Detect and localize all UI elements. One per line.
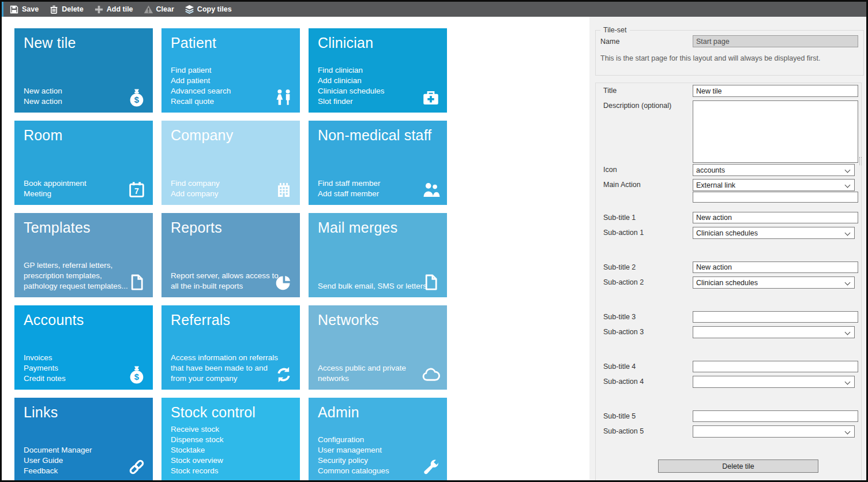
tile-title: New tile	[24, 34, 146, 51]
tile-description-text: Report server, allows access to all the …	[171, 271, 282, 292]
icon-select[interactable]: accounts	[693, 164, 855, 176]
copy-tiles-button[interactable]: Copy tiles	[182, 2, 239, 17]
tile-action[interactable]: Security policy	[318, 455, 429, 466]
tile-patient[interactable]: PatientFind patientAdd patientAdvanced s…	[161, 28, 300, 113]
sub-action-1-select[interactable]: Clinician schedules	[693, 227, 855, 239]
title-input[interactable]	[693, 85, 858, 97]
tile-action[interactable]: Configuration	[318, 435, 429, 445]
refresh-arrows-icon	[274, 365, 294, 384]
tileset-groupbox: Tile-set Name This is the start page for…	[595, 26, 864, 76]
start-page-hint: This is the start page for this layout a…	[600, 54, 863, 62]
tile-action[interactable]: Find company	[171, 178, 282, 189]
main-action-link-input[interactable]	[693, 192, 858, 203]
sub-title-5-input[interactable]	[693, 410, 858, 422]
resize-grip[interactable]	[859, 157, 862, 165]
tile-new-tile[interactable]: New tileNew actionNew action$	[14, 28, 153, 113]
chevron-down-icon	[846, 281, 850, 285]
tile-action[interactable]: Clinician schedules	[318, 86, 429, 96]
delete-tile-button[interactable]: Delete tile	[658, 459, 818, 473]
sub-action-5-select[interactable]	[693, 425, 855, 438]
tile-action[interactable]: Find staff member	[318, 178, 429, 189]
tile-action[interactable]: Receive stock	[171, 424, 282, 435]
sub-action-2-select[interactable]: Clinician schedules	[693, 277, 855, 289]
tile-action[interactable]: Stocktake	[171, 445, 282, 455]
tileset-name-input	[693, 35, 858, 47]
sub-title-1-input[interactable]	[693, 212, 858, 223]
tile-action[interactable]: Advanced search	[171, 86, 282, 96]
sub-title-4-input[interactable]	[693, 361, 858, 372]
save-button[interactable]: Save	[6, 2, 46, 17]
patients-icon	[274, 88, 294, 107]
icon-select-value: accounts	[696, 166, 725, 174]
tile-action[interactable]: Dispense stock	[171, 435, 282, 445]
tile-action[interactable]: Document Manager	[24, 445, 135, 455]
tile-admin[interactable]: AdminConfigurationUser managementSecurit…	[309, 398, 447, 482]
tile-action[interactable]: User Guide	[24, 455, 135, 466]
delete-button[interactable]: Delete	[46, 2, 91, 17]
tile-action[interactable]: Add staff member	[318, 189, 429, 199]
tile-form: Title Description (optional) Icon accoun…	[595, 83, 862, 481]
tile-title: Admin	[318, 403, 440, 421]
tile-action[interactable]: Invoices	[24, 353, 135, 363]
tile-designer-window: SaveDeleteAdd tileClearCopy tiles New ti…	[0, 0, 868, 482]
description-textarea[interactable]	[693, 100, 858, 163]
toolbar-button-label: Copy tiles	[197, 5, 232, 13]
tile-action-list: Receive stockDispense stockStocktakeStoc…	[171, 424, 282, 476]
tile-action[interactable]: Add clinician	[318, 76, 429, 86]
tile-links[interactable]: LinksDocument ManagerUser GuideFeedback	[14, 398, 153, 482]
tile-action[interactable]: Meeting	[24, 189, 135, 199]
sub-action-4-select[interactable]	[693, 376, 855, 388]
chevron-down-icon	[846, 183, 850, 188]
add-tile-button[interactable]: Add tile	[91, 2, 141, 17]
tile-networks[interactable]: NetworksAccess public and private networ…	[309, 305, 447, 390]
sub-title-2-input[interactable]	[693, 261, 858, 273]
clear-button[interactable]: Clear	[141, 2, 182, 17]
chevron-down-icon	[846, 168, 850, 173]
tile-action[interactable]: Feedback	[24, 466, 135, 476]
tile-non-medical-staff[interactable]: Non-medical staffFind staff memberAdd st…	[309, 121, 447, 205]
tile-action[interactable]: Stock overview	[171, 455, 282, 466]
tile-clinician[interactable]: ClinicianFind clinicianAdd clinicianClin…	[309, 28, 447, 113]
tile-title: Links	[24, 403, 146, 421]
sub-title-1-label: Sub-title 1	[603, 214, 636, 222]
tile-stock-control[interactable]: Stock controlReceive stockDispense stock…	[161, 398, 300, 482]
tile-action[interactable]: Credit notes	[24, 373, 135, 384]
sub-action-4-label: Sub-action 4	[603, 378, 644, 386]
tile-action[interactable]: User management	[318, 445, 429, 455]
tile-action[interactable]: Book appointment	[24, 178, 135, 189]
tile-reports[interactable]: ReportsReport server, allows access to a…	[161, 213, 300, 297]
tile-description: Send bulk email, SMS or letters	[318, 281, 429, 292]
tile-action[interactable]: Find clinician	[318, 65, 429, 76]
sub-action-3-select[interactable]	[693, 326, 855, 338]
main-action-select[interactable]: External link	[693, 179, 855, 191]
tile-referrals[interactable]: ReferralsAccess information on referrals…	[161, 305, 300, 390]
tile-company[interactable]: CompanyFind companyAdd company	[161, 121, 300, 205]
tile-action[interactable]: New action	[24, 86, 135, 96]
tile-action[interactable]: Common catalogues	[318, 466, 429, 476]
tile-action[interactable]: Payments	[24, 363, 135, 373]
tile-action[interactable]: Add patient	[171, 76, 282, 86]
tile-accounts[interactable]: AccountsInvoicesPaymentsCredit notes$	[14, 305, 153, 390]
tile-room[interactable]: RoomBook appointmentMeeting7	[14, 121, 153, 205]
tile-action[interactable]: Recall quote	[171, 96, 282, 107]
tile-properties-panel: Tile-set Name This is the start page for…	[589, 17, 866, 480]
tile-title: Clinician	[318, 34, 440, 51]
tile-action[interactable]: Add company	[171, 189, 282, 199]
tile-action[interactable]: Stock records	[171, 466, 282, 476]
chevron-down-icon	[846, 429, 850, 434]
tile-action[interactable]: Find patient	[171, 65, 282, 76]
page-icon	[127, 272, 146, 292]
main-action-select-value: External link	[696, 181, 735, 189]
tile-description-text: Send bulk email, SMS or letters	[318, 281, 429, 292]
tile-mail-merges[interactable]: Mail mergesSend bulk email, SMS or lette…	[309, 213, 447, 297]
tile-action-list: New actionNew action	[24, 86, 135, 107]
sub-title-3-input[interactable]	[693, 311, 858, 323]
tile-action[interactable]: Slot finder	[318, 96, 429, 107]
tile-description: GP letters, referral letters, prescripti…	[24, 260, 135, 292]
sub-title-4-label: Sub-title 4	[603, 363, 636, 371]
main-action-label: Main Action	[603, 181, 641, 189]
tile-templates[interactable]: TemplatesGP letters, referral letters, p…	[14, 213, 153, 297]
tile-action[interactable]: New action	[24, 96, 135, 107]
tile-title: Patient	[171, 34, 293, 51]
toolbar-button-label: Clear	[156, 5, 174, 13]
